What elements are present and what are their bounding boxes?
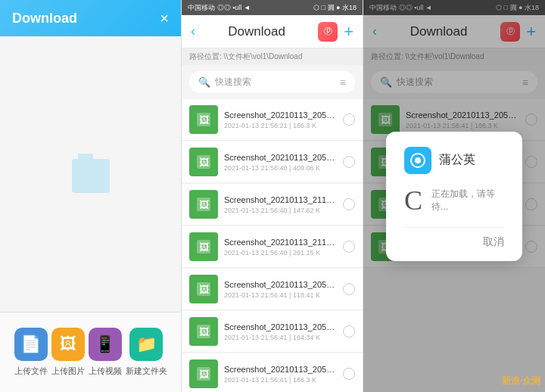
dialog-divider bbox=[404, 227, 504, 228]
cancel-button[interactable]: 取消 bbox=[483, 235, 504, 249]
list-item[interactable]: 🖼 Screenshot_20210113_211311_dan··· 2021… bbox=[182, 226, 363, 268]
file-info: Screenshot_20210113_205609_com··· 2021-0… bbox=[218, 280, 343, 299]
app-logo-icon bbox=[410, 152, 426, 169]
statusbar-2: 中国移动 ◎◎ ▪ull ◄ ⬡ □ 圓 ● 水18 bbox=[182, 0, 363, 15]
app-badge-2[interactable]: ⓟ bbox=[318, 22, 338, 42]
svg-text:🖼: 🖼 bbox=[199, 369, 209, 380]
file-meta: 2021-01-13 21:56:40 | 409.06 K bbox=[224, 164, 337, 172]
upload-video-icon: 📱 bbox=[89, 328, 122, 361]
file-select-radio[interactable] bbox=[343, 241, 355, 253]
panel1-title: Download bbox=[12, 11, 77, 26]
new-folder-button[interactable]: 📁 新建文件夹 bbox=[126, 328, 167, 377]
file-info: Screenshot_20210113_205612_com··· 2021-0… bbox=[218, 322, 343, 341]
upload-video-label: 上传视频 bbox=[89, 366, 122, 377]
panel-upload: Download × 📄 上传文件 🖼 上传图片 📱 上传视频 bbox=[0, 0, 182, 392]
file-thumb: 🖼 bbox=[189, 148, 218, 176]
search-bar-2: 🔍 快速搜索 ≡ bbox=[189, 71, 355, 93]
file-name: Screenshot_20210113_205612_com··· bbox=[224, 322, 337, 331]
svg-text:🖼: 🖼 bbox=[199, 114, 209, 126]
new-folder-label: 新建文件夹 bbox=[126, 366, 167, 377]
file-select-radio[interactable] bbox=[343, 325, 355, 338]
upload-file-button[interactable]: 📄 上传文件 bbox=[14, 328, 48, 377]
file-meta: 2021-01-13 21:56:40 | 147.62 K bbox=[224, 207, 337, 214]
upload-file-label: 上传文件 bbox=[14, 366, 48, 377]
svg-rect-0 bbox=[72, 159, 110, 193]
list-item[interactable]: 🖼 Screenshot_20210113_205657_com··· 2021… bbox=[182, 142, 363, 183]
file-name: Screenshot_20210113_205615_com··· bbox=[224, 110, 337, 120]
dialog-loading-row: C 正在加载，请等待... bbox=[404, 182, 504, 219]
file-thumb: 🖼 bbox=[189, 275, 218, 303]
svg-rect-1 bbox=[78, 154, 93, 163]
statusbar-right-2: ⬡ □ 圓 ● 水18 bbox=[313, 3, 357, 13]
file-list-2: 🖼 Screenshot_20210113_205615_com··· 2021… bbox=[182, 99, 363, 392]
search-icon-2: 🔍 bbox=[198, 76, 210, 88]
file-thumb: 🖼 bbox=[189, 105, 218, 134]
file-info: Screenshot_20210113_211311_dan··· 2021-0… bbox=[218, 238, 343, 257]
dialog-app-name: 蒲公英 bbox=[439, 152, 475, 168]
file-thumb: 🖼 bbox=[189, 359, 218, 388]
file-name: Screenshot_20210113_205609_com··· bbox=[224, 280, 337, 289]
file-select-radio[interactable] bbox=[343, 283, 355, 295]
file-info: Screenshot_20210113_205657_com··· 2021-0… bbox=[218, 153, 343, 172]
file-select-radio[interactable] bbox=[343, 198, 355, 210]
spinner-icon: C bbox=[404, 185, 422, 216]
panel-download-dark: 中国移动 ◎◎ ▪ull ◄ ⬡ □ 圓 ● 水18 ‹ Download ⓟ … bbox=[363, 0, 545, 392]
svg-text:🖼: 🖼 bbox=[199, 157, 209, 168]
empty-icon bbox=[64, 148, 117, 201]
file-thumb: 🖼 bbox=[189, 190, 218, 219]
panel2-header-icons: ⓟ + bbox=[318, 22, 353, 42]
svg-text:🖼: 🖼 bbox=[199, 284, 209, 295]
file-info: Screenshot_20210113_211304_dan··· 2021-0… bbox=[218, 195, 343, 214]
upload-video-button[interactable]: 📱 上传视频 bbox=[89, 328, 122, 377]
list-item[interactable]: 🖼 Screenshot_20210113_205609_com··· 2021… bbox=[182, 269, 363, 310]
file-name: Screenshot_20210113_205657_com··· bbox=[224, 153, 337, 162]
new-folder-icon: 📁 bbox=[129, 328, 163, 361]
file-select-radio[interactable] bbox=[343, 114, 355, 126]
statusbar-left-2: 中国移动 ◎◎ ▪ull ◄ bbox=[188, 3, 251, 13]
back-button-2[interactable]: ‹ bbox=[191, 23, 195, 39]
list-item[interactable]: 🖼 Screenshot_20210113_205615_com··· 2021… bbox=[182, 353, 363, 392]
file-meta: 2021-01-13 21:56:41 | 186.3 K bbox=[224, 376, 337, 384]
file-thumb: 🖼 bbox=[189, 232, 218, 261]
file-thumb: 🖼 bbox=[189, 317, 218, 346]
search-input-2[interactable]: 快速搜索 bbox=[215, 76, 335, 89]
loading-overlay: 蒲公英 C 正在加载，请等待... 取消 bbox=[363, 0, 545, 392]
file-info: Screenshot_20210113_205615_com··· 2021-0… bbox=[218, 365, 343, 384]
panel2-title: Download bbox=[228, 24, 285, 39]
panel1-header: Download × bbox=[0, 0, 181, 36]
sort-icon-2[interactable]: ≡ bbox=[340, 76, 346, 89]
svg-point-25 bbox=[415, 157, 421, 163]
file-name: Screenshot_20210113_211304_dan··· bbox=[224, 195, 337, 204]
panel2-header: ‹ Download ⓟ + bbox=[182, 15, 363, 48]
close-button[interactable]: × bbox=[160, 10, 169, 27]
upload-image-label: 上传图片 bbox=[51, 366, 85, 377]
file-name: Screenshot_20210113_211311_dan··· bbox=[224, 238, 337, 247]
svg-text:🖼: 🖼 bbox=[199, 199, 209, 210]
panel1-content bbox=[0, 36, 181, 312]
loading-text: 正在加载，请等待... bbox=[431, 188, 504, 213]
file-meta: 2021-01-13 21:56:21 | 186.3 K bbox=[224, 122, 337, 129]
dialog-header: 蒲公英 bbox=[404, 147, 475, 174]
file-meta: 2021-01-13 21:56:41 | 118.41 K bbox=[224, 291, 337, 299]
file-name: Screenshot_20210113_205615_com··· bbox=[224, 365, 337, 374]
loading-dialog: 蒲公英 C 正在加载，请等待... 取消 bbox=[386, 132, 522, 261]
file-select-radio[interactable] bbox=[343, 368, 355, 380]
dialog-app-icon bbox=[404, 147, 431, 174]
list-item[interactable]: 🖼 Screenshot_20210113_211304_dan··· 2021… bbox=[182, 184, 363, 226]
watermark: 新浪·众测 bbox=[502, 375, 540, 387]
file-select-radio[interactable] bbox=[343, 156, 355, 168]
upload-image-icon: 🖼 bbox=[51, 328, 85, 361]
add-button-2[interactable]: + bbox=[344, 22, 353, 42]
file-meta: 2021-01-13 21:56:40 | 291.15 K bbox=[224, 249, 337, 257]
panel-download-light: 中国移动 ◎◎ ▪ull ◄ ⬡ □ 圓 ● 水18 ‹ Download ⓟ … bbox=[182, 0, 363, 392]
file-meta: 2021-01-13 21:56:41 | 164.34 K bbox=[224, 334, 337, 341]
list-item[interactable]: 🖼 Screenshot_20210113_205615_com··· 2021… bbox=[182, 99, 363, 141]
upload-image-button[interactable]: 🖼 上传图片 bbox=[51, 328, 85, 377]
svg-text:🖼: 🖼 bbox=[199, 326, 209, 338]
panel1-actions: 📄 上传文件 🖼 上传图片 📱 上传视频 📁 新建文件夹 bbox=[0, 312, 181, 392]
list-item[interactable]: 🖼 Screenshot_20210113_205612_com··· 2021… bbox=[182, 311, 363, 353]
file-info: Screenshot_20210113_205615_com··· 2021-0… bbox=[218, 110, 343, 129]
svg-text:🖼: 🖼 bbox=[199, 241, 209, 253]
upload-file-icon: 📄 bbox=[14, 328, 48, 361]
breadcrumb-2: 路径位置: \\文件柜\vol1\Download bbox=[182, 48, 363, 65]
